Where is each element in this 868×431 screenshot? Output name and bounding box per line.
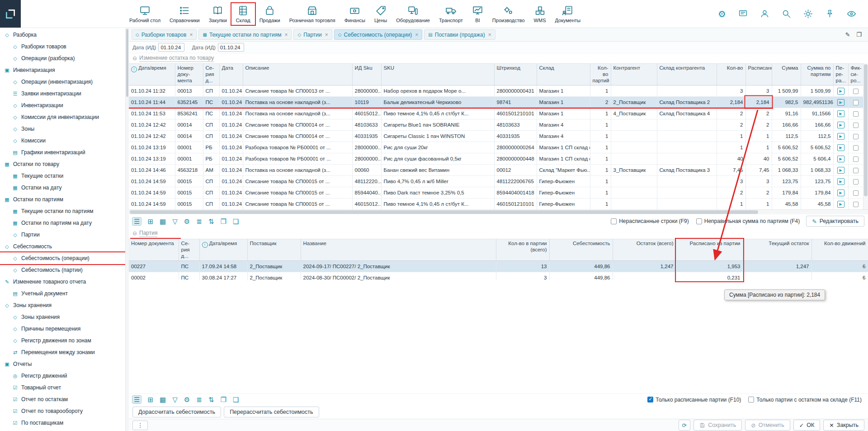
checklist-icon[interactable]: ≣ (196, 218, 202, 225)
batch-row[interactable]: 00227 ПС 17.09.24 14:58 2_Поставщик 2024… (129, 261, 868, 272)
list-view-icon[interactable]: ☰ (132, 396, 141, 403)
col-qty[interactable]: Кол-во (717, 64, 745, 85)
sidebar-item[interactable]: ◇ Себестоимость (0, 241, 125, 252)
table-row[interactable]: 01.10.24 12:42 00014 СП 01.10.24 Списани… (129, 131, 863, 142)
col-supplier[interactable]: Поставщик (247, 239, 301, 261)
col-sku[interactable]: SKU (381, 64, 494, 85)
module-retail[interactable]: Розничная торговля (285, 3, 340, 25)
horizontal-scrollbar[interactable] (129, 209, 868, 214)
filter-icon[interactable]: ▽ (172, 218, 178, 225)
play-icon[interactable]: ▶ (837, 88, 844, 95)
module-documents[interactable]: Документы (550, 3, 585, 25)
list-view-icon[interactable]: ☰ (132, 218, 141, 225)
ok-button[interactable]: ✓ОК (793, 420, 821, 431)
module-purchases[interactable]: Закупки (204, 3, 231, 25)
sidebar-item[interactable]: ◇ Операции (инвентаризация) (0, 76, 125, 88)
col-warehouse[interactable]: Склад (537, 64, 590, 85)
sidebar-item[interactable]: ✎ Изменение товарного отчета (0, 276, 125, 288)
close-icon[interactable]: × (325, 32, 328, 38)
search-icon[interactable] (782, 9, 791, 19)
table-row[interactable]: 01.10.24 14:59 00015 СП 01.10.24 Списани… (129, 176, 863, 187)
filter-checkbox[interactable]: Нерасписанные строки (F9) (611, 218, 689, 224)
col-datetime[interactable]: ↑Дата/время (129, 64, 175, 85)
close-icon[interactable]: × (189, 32, 193, 38)
cancel-button[interactable]: ⊘Отменить (745, 420, 790, 431)
sidebar-item[interactable]: ☑ Отчет по остаткам (0, 393, 125, 405)
sidebar-item[interactable]: ☰ Заявки инвентаризации (0, 88, 125, 99)
play-icon[interactable]: ▶ (837, 144, 844, 151)
sidebar-item[interactable]: ▦ Остатки по партиям на дату (0, 217, 125, 229)
col-series[interactable]: Се-рия д... (179, 239, 199, 261)
sidebar-item[interactable]: ◇ Зоны (0, 123, 125, 135)
row-checkbox[interactable] (853, 111, 859, 117)
col-docnum[interactable]: Номер доку-мента (175, 64, 203, 85)
close-icon[interactable]: × (415, 32, 418, 38)
table-view-icon[interactable]: ⊞ (147, 396, 153, 403)
play-icon[interactable]: ▶ (837, 99, 844, 106)
col-rest[interactable]: Остаток (всего) (613, 239, 676, 261)
col-allocated[interactable]: Расписано (745, 64, 772, 85)
row-checkbox[interactable] (853, 145, 859, 151)
filter-checkbox[interactable]: Неправильная сумма по партиям (F4) (696, 218, 800, 224)
col-sku-id[interactable]: ИД Sku (352, 64, 381, 85)
tab[interactable]: ◇ Партии × (293, 29, 332, 40)
table-row[interactable]: 01.10.24 11:32 00013 СП 01.10.24 Списани… (129, 85, 863, 97)
edit-button[interactable]: ✎ Редактировать (806, 216, 864, 227)
sidebar-item[interactable]: ◇ Зоны хранения (0, 299, 125, 311)
col-current-rest[interactable]: Текущий остаток (743, 239, 811, 261)
play-icon[interactable]: ▶ (837, 178, 844, 185)
collapse-icon[interactable]: ⊖ (132, 230, 137, 237)
col-allocated-from-batch[interactable]: Расписано из партии (676, 239, 743, 261)
col-datetime[interactable]: ↑Дата/время (199, 239, 247, 261)
sidebar-scrollbar[interactable] (126, 28, 129, 431)
row-checkbox[interactable] (853, 168, 859, 173)
checklist-icon[interactable]: ≣ (196, 396, 202, 403)
play-icon[interactable]: ▶ (837, 122, 844, 128)
collapse-icon[interactable]: ⊖ (132, 55, 137, 62)
module-equipment[interactable]: Оборудование (392, 3, 434, 25)
table-row[interactable]: 01.10.24 13:19 00001 РБ 01.10.24 Разборк… (129, 142, 863, 153)
play-icon[interactable]: ▶ (837, 133, 844, 140)
play-icon[interactable]: ▶ (837, 156, 844, 162)
settings-view-icon[interactable]: ⚙ (184, 218, 190, 225)
module-desktop[interactable]: Рабочий стол (125, 3, 165, 25)
recalc-all-cost-button[interactable]: Перерассчитать себестоимость (224, 407, 319, 417)
table-row[interactable]: 01.10.24 14:59 00015 СП 01.10.24 Списани… (129, 187, 863, 199)
recalc-missing-cost-button[interactable]: Дорассчитать себестоимость (132, 407, 221, 417)
row-checkbox[interactable] (853, 179, 859, 185)
tab[interactable]: ◇ Себестоимость (операции) × (334, 29, 423, 40)
app-logo[interactable] (0, 0, 21, 28)
filter-icon[interactable]: ▽ (172, 396, 178, 403)
close-icon[interactable]: × (284, 32, 288, 38)
sidebar-item[interactable]: ◇ Себестоимость (партии) (0, 264, 125, 276)
sidebar-item[interactable]: ▣ Инвентаризация (0, 64, 125, 76)
scrollbar-thumb[interactable] (130, 210, 758, 214)
play-icon[interactable]: ▶ (837, 201, 844, 208)
scrollbar-thumb[interactable] (126, 29, 128, 97)
sort-icon[interactable]: ⇅ (208, 396, 214, 403)
sidebar-item[interactable]: ◇ Инвентаризации (0, 99, 125, 111)
module-production[interactable]: Производство (488, 3, 529, 25)
theme-icon[interactable] (803, 9, 813, 19)
col-description[interactable]: Описание (243, 64, 352, 85)
sidebar-item[interactable]: ▤ Учетный документ (0, 288, 125, 299)
sidebar-item[interactable]: ◇ Зоны хранения (0, 311, 125, 323)
vertical-scrollbar[interactable] (863, 63, 868, 209)
module-prices[interactable]: Цены (370, 3, 392, 25)
sidebar-item[interactable]: ▣ Отчеты (0, 358, 125, 370)
refresh-button[interactable]: ⟳ (679, 420, 690, 431)
col-date[interactable]: Дата (219, 64, 243, 85)
pin-icon[interactable] (825, 9, 835, 19)
sidebar-item[interactable]: ◇ Регистр движения по зонам (0, 335, 125, 346)
sidebar-item[interactable]: ☑ По поставщикам (0, 417, 125, 429)
filter-checkbox[interactable]: Только расписанные партии (F10) (647, 397, 741, 403)
module-catalogs[interactable]: Справочники (165, 3, 204, 25)
col-fixed[interactable]: Фик-си-ро... (848, 64, 863, 85)
module-sales[interactable]: Продажи (255, 3, 285, 25)
col-contragent-wh[interactable]: Склад контрагента (657, 64, 717, 85)
tab[interactable]: ◇ Разборки товаров × (132, 29, 197, 40)
calendar-view-icon[interactable]: ▦ (160, 218, 166, 225)
col-batch-count[interactable]: Кол-во партий (590, 64, 611, 85)
play-icon[interactable]: ▶ (837, 189, 844, 196)
sidebar-item[interactable]: ☑ Отчет по товарообороту (0, 405, 125, 417)
